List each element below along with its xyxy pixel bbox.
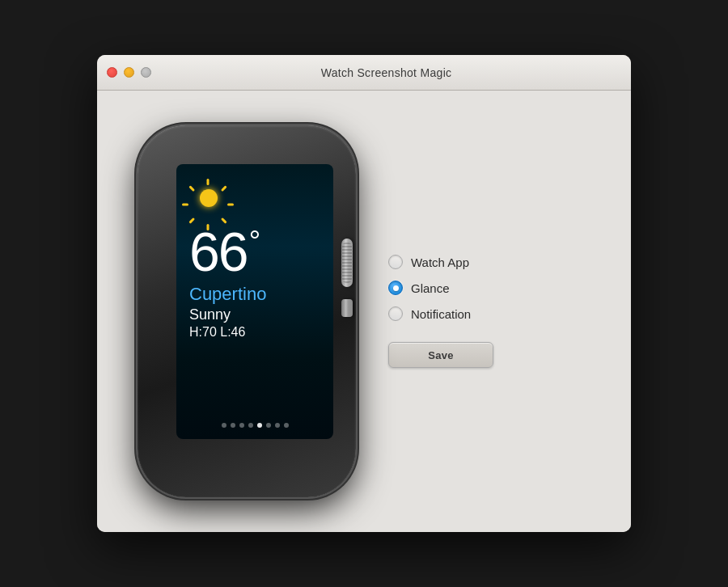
page-dot-8: [284, 423, 289, 428]
watch-container: 66° Cupertino Sunny H:70 L:46: [121, 125, 372, 497]
page-dot-5-active: [257, 423, 262, 428]
window-content: 66° Cupertino Sunny H:70 L:46: [97, 91, 631, 532]
titlebar: Watch Screenshot Magic: [97, 55, 631, 91]
sun-icon: [189, 179, 228, 217]
page-dot-7: [275, 423, 280, 428]
radio-group: Watch App Glance Notification: [388, 255, 471, 321]
radio-dot-glance: [393, 285, 399, 291]
radio-notification[interactable]: Notification: [388, 306, 471, 321]
watch-crown: [341, 239, 353, 287]
degree-symbol: °: [249, 225, 259, 258]
radio-label-notification: Notification: [411, 307, 471, 321]
temp-value: 66: [189, 221, 248, 282]
page-dot-4: [248, 423, 253, 428]
hi-lo-display: H:70 L:46: [189, 325, 320, 340]
radio-circle-glance: [388, 281, 403, 295]
app-window: Watch Screenshot Magic: [97, 55, 631, 532]
page-dot-6: [266, 423, 271, 428]
traffic-lights: [107, 67, 151, 78]
maximize-button[interactable]: [141, 67, 151, 78]
minimize-button[interactable]: [124, 67, 134, 78]
watch-body: 66° Cupertino Sunny H:70 L:46: [138, 125, 356, 497]
radio-circle-notification: [388, 306, 403, 321]
right-panel: Watch App Glance Notification Save: [372, 239, 607, 384]
page-dot-3: [239, 423, 244, 428]
watch-screen-content: 66° Cupertino Sunny H:70 L:46: [176, 164, 333, 439]
weather-condition: Sunny: [189, 306, 320, 323]
watch-screen: 66° Cupertino Sunny H:70 L:46: [176, 164, 333, 439]
radio-glance[interactable]: Glance: [388, 281, 471, 295]
crown-ridges: [342, 243, 352, 283]
temperature-display: 66°: [189, 224, 320, 279]
page-dots: [176, 423, 333, 428]
radio-circle-watch-app: [388, 255, 403, 269]
page-dot-1: [222, 423, 226, 428]
save-button[interactable]: Save: [388, 342, 493, 368]
radio-label-glance: Glance: [411, 281, 450, 295]
window-title: Watch Screenshot Magic: [151, 66, 621, 79]
radio-watch-app[interactable]: Watch App: [388, 255, 471, 269]
city-name: Cupertino: [189, 284, 320, 305]
radio-label-watch-app: Watch App: [411, 255, 469, 269]
page-dot-2: [231, 423, 235, 428]
watch-side-button: [341, 299, 353, 317]
close-button[interactable]: [107, 67, 117, 78]
